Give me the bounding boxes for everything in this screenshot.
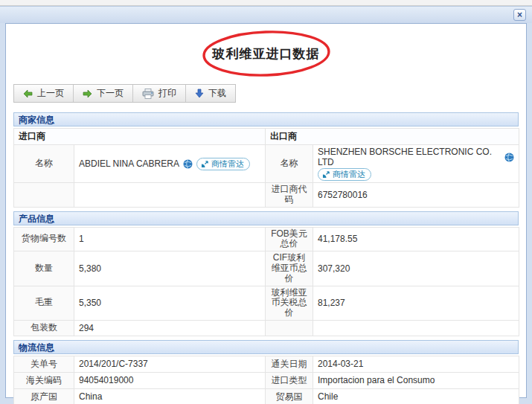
radar-icon [201,160,209,168]
empty-label-cell [14,183,74,208]
download-button[interactable]: 下载 [186,85,235,102]
table-row: 关单号 2014/201/C-7337 通关日期 2014-03-21 [14,356,519,372]
arrow-left-green-icon [23,89,33,98]
close-button[interactable]: × [513,9,526,21]
print-button[interactable]: 打印 [133,85,186,102]
importer-header-cell: 进口商 [14,129,266,145]
fob-usd-label: FOB美元总价 [266,227,313,251]
clearance-date-value: 2014-03-21 [313,356,519,372]
customs-doc-label: 关单号 [14,356,74,372]
exporter-name-cell: SHENZHEN BORSCHE ELECTRONIC CO. LTD [313,145,519,183]
title-area: 玻利维亚进口数据 [13,30,519,77]
product-table: 货物编号数 1 FOB美元总价 41,178.55 数量 5,380 CIF玻利… [13,227,519,336]
table-row: 进口商 出口商 [14,129,519,145]
radar-badge-label: 商情雷达 [211,158,244,170]
fob-usd-value: 41,178.55 [313,227,519,251]
origin-country-value: China [74,388,266,404]
next-page-button[interactable]: 下一页 [74,85,133,102]
hs-code-value: 94054019000 [74,372,266,388]
table-row: 海关编码 94054019000 进口类型 Importacion para e… [14,372,519,388]
printer-icon [142,89,154,99]
importer-name-label: 名称 [14,145,74,183]
radar-badge-label: 商情雷达 [333,169,365,180]
page-title: 玻利维亚进口数据 [13,45,519,62]
quantity-label: 数量 [14,251,74,286]
product-section: 产品信息 货物编号数 1 FOB美元总价 41,178.55 数量 5,380 … [13,211,519,336]
merchant-section: 商家信息 进口商 出口商 名称 ABDIEL NINA CABRERA [13,112,519,208]
arrow-down-blue-icon [195,89,204,98]
quantity-value: 5,380 [74,251,266,286]
download-label: 下载 [208,87,226,100]
next-page-label: 下一页 [97,87,124,100]
prev-page-button[interactable]: 上一页 [14,85,74,102]
trade-country-label: 贸易国 [266,388,313,404]
table-row: 原产国 China 贸易国 Chile [14,388,519,404]
import-type-value: Importacion para el Consumo [313,372,519,388]
trade-country-value: Chile [313,388,519,404]
tariff-total-label: 玻利维亚币关税总价 [266,286,313,320]
globe-icon[interactable] [504,153,514,162]
arrow-right-green-icon [83,89,92,98]
page-top-strip [0,0,532,6]
close-icon: × [517,10,522,20]
table-row: 数量 5,380 CIF玻利维亚币总价 307,320 [14,251,519,286]
logistics-section-header: 物流信息 [13,340,519,354]
importer-name-value: ABDIEL NINA CABRERA [79,158,179,169]
cargo-count-label: 货物编号数 [14,227,74,251]
radar-icon [322,170,330,179]
exporter-name-value: SHENZHEN BORSCHE ELECTRONIC CO. LTD [318,147,501,167]
table-row: 进口商代码 6752780016 [14,183,519,208]
dialog-panel: 玻利维亚进口数据 上一页 下一页 [5,23,527,398]
dialog-titlebar: × [0,7,532,23]
empty-label-cell [266,320,313,336]
dialog-window: × 玻利维亚进口数据 上一页 [0,6,532,404]
logistics-section: 物流信息 关单号 2014/201/C-7337 通关日期 2014-03-21… [13,340,519,404]
importer-code-label: 进口商代码 [266,183,313,208]
package-count-label: 包装数 [14,320,74,336]
cif-total-value: 307,320 [313,251,519,286]
gross-weight-label: 毛重 [14,286,74,320]
clearance-date-label: 通关日期 [266,356,313,372]
globe-icon[interactable] [183,159,193,169]
merchant-section-header: 商家信息 [13,112,519,126]
empty-value-cell [313,320,519,336]
toolbar: 上一页 下一页 打印 [13,84,236,103]
exporter-name-label: 名称 [266,145,313,183]
table-row: 毛重 5,350 玻利维亚币关税总价 81,237 [14,286,519,320]
exporter-radar-badge[interactable]: 商情雷达 [318,168,371,181]
importer-name-cell: ABDIEL NINA CABRERA [74,145,266,183]
package-count-value: 294 [74,320,266,336]
gross-weight-value: 5,350 [74,286,266,320]
importer-code-value: 6752780016 [313,183,519,208]
origin-country-label: 原产国 [14,388,74,404]
merchant-table: 进口商 出口商 名称 ABDIEL NINA CABRERA [13,128,519,208]
cargo-count-value: 1 [74,227,266,251]
print-label: 打印 [158,87,176,100]
empty-value-cell [74,183,266,208]
customs-doc-value: 2014/201/C-7337 [74,356,266,372]
product-section-header: 产品信息 [13,211,519,225]
hs-code-label: 海关编码 [14,372,74,388]
importer-radar-badge[interactable]: 商情雷达 [196,158,250,170]
cif-total-label: CIF玻利维亚币总价 [266,251,313,286]
import-type-label: 进口类型 [266,372,313,388]
logistics-table: 关单号 2014/201/C-7337 通关日期 2014-03-21 海关编码… [13,356,519,404]
prev-page-label: 上一页 [37,87,64,100]
table-row: 包装数 294 [14,320,519,336]
tariff-total-value: 81,237 [313,286,519,320]
table-row: 货物编号数 1 FOB美元总价 41,178.55 [14,227,519,251]
table-row: 名称 ABDIEL NINA CABRERA [14,145,519,183]
exporter-header-cell: 出口商 [266,129,519,145]
